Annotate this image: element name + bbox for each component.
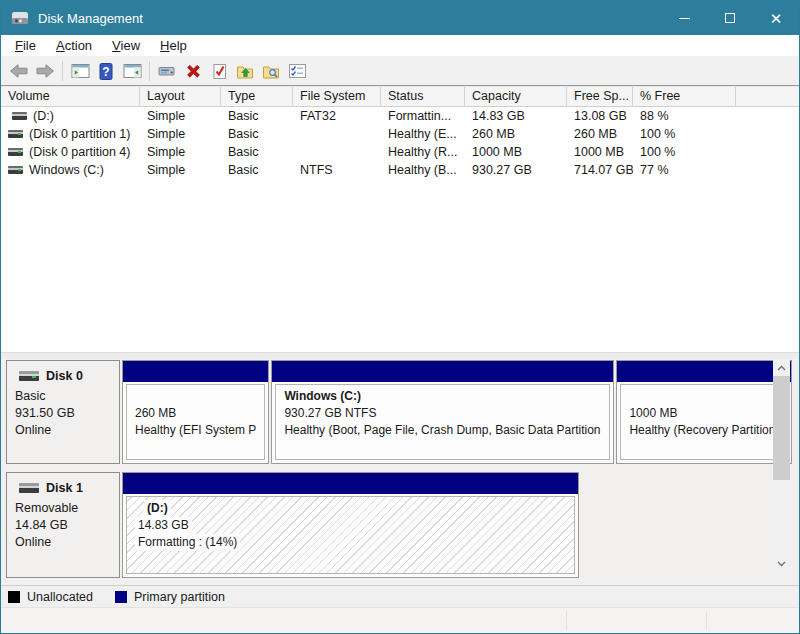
chevron-down-icon — [777, 561, 786, 567]
help-button[interactable]: ? — [93, 59, 119, 83]
rescan-disks-button[interactable] — [154, 59, 180, 83]
window-title: Disk Management — [38, 11, 143, 26]
close-icon: ✕ — [770, 11, 783, 26]
show-console-tree-button[interactable] — [67, 59, 93, 83]
disk-kind: Removable — [15, 500, 113, 517]
cell-type: Basic — [221, 127, 293, 141]
partition-color-bar — [123, 361, 268, 382]
volume-name: (D:) — [33, 109, 54, 123]
cell-layout: Simple — [140, 145, 221, 159]
volume-name: Windows (C:) — [29, 163, 104, 177]
column-header-percent-free[interactable]: % Free — [633, 87, 736, 106]
titlebar[interactable]: Disk Management ✕ — [1, 1, 799, 35]
forward-button[interactable] — [32, 59, 58, 83]
toolbar-separator — [149, 61, 150, 81]
cell-percent-free: 77 % — [633, 163, 736, 177]
cell-file-system: NTFS — [293, 163, 381, 177]
disk-state: Online — [15, 534, 113, 551]
cell-free-space: 260 MB — [567, 127, 633, 141]
legend-item-unallocated: Unallocated — [8, 590, 93, 604]
menu-file[interactable]: File — [5, 36, 46, 55]
volume-name: (Disk 0 partition 4) — [29, 145, 130, 159]
volume-list-header: Volume Layout Type File System Status Ca… — [1, 86, 799, 107]
disk-kind: Basic — [15, 388, 113, 405]
delete-volume-icon — [185, 63, 202, 79]
partition-size: 930.27 GB NTFS — [284, 405, 601, 422]
scroll-up-button[interactable] — [773, 360, 790, 376]
partition-recovery[interactable]: 1000 MB Healthy (Recovery Partition) — [616, 360, 792, 464]
show-action-pane-button[interactable] — [119, 59, 145, 83]
explore-icon — [262, 63, 280, 80]
disk-icon — [19, 371, 39, 381]
volume-icon — [8, 166, 23, 174]
partition-status: Healthy (EFI System P — [135, 422, 256, 439]
explore-button[interactable] — [258, 59, 284, 83]
disk-1-info-panel[interactable]: Disk 1 Removable 14.84 GB Online — [6, 472, 120, 578]
column-header-layout[interactable]: Layout — [140, 87, 221, 106]
cell-free-space: 714.07 GB — [567, 163, 633, 177]
app-icon — [11, 11, 29, 25]
vertical-scrollbar[interactable] — [773, 360, 790, 572]
disk-0-info-panel[interactable]: Disk 0 Basic 931.50 GB Online — [6, 360, 120, 464]
scrollbar-track[interactable] — [773, 480, 790, 556]
scrollbar-thumb[interactable] — [773, 376, 790, 480]
partition-windows-c[interactable]: Windows (C:) 930.27 GB NTFS Healthy (Boo… — [271, 360, 614, 464]
table-row[interactable]: (Disk 0 partition 4) Simple Basic Health… — [1, 143, 799, 161]
volume-icon — [8, 130, 23, 138]
column-header-capacity[interactable]: Capacity — [465, 87, 567, 106]
chevron-up-icon — [777, 365, 786, 371]
properties-button[interactable] — [284, 59, 310, 83]
cell-status: Formattin... — [381, 109, 465, 123]
menu-view[interactable]: View — [102, 36, 150, 55]
partition-status: Formatting : (14%) — [135, 534, 240, 551]
table-row[interactable]: Windows (C:) Simple Basic NTFS Healthy (… — [1, 161, 799, 179]
scroll-down-button[interactable] — [773, 556, 790, 572]
column-header-free-space[interactable]: Free Sp... — [567, 87, 633, 106]
open-icon — [236, 63, 254, 80]
table-row[interactable]: (Disk 0 partition 1) Simple Basic Health… — [1, 125, 799, 143]
delete-volume-button[interactable] — [180, 59, 206, 83]
back-button[interactable] — [6, 59, 32, 83]
cell-capacity: 260 MB — [465, 127, 567, 141]
cell-status: Healthy (R... — [381, 145, 465, 159]
partition-d-formatting[interactable]: (D:) 14.83 GB Formatting : (14%) — [122, 472, 579, 578]
menu-help[interactable]: Help — [150, 36, 197, 55]
mark-partition-active-icon — [211, 63, 228, 80]
open-button[interactable] — [232, 59, 258, 83]
primary-partition-swatch — [115, 591, 127, 603]
cell-percent-free: 100 % — [633, 145, 736, 159]
menu-action[interactable]: Action — [46, 36, 102, 55]
maximize-icon — [725, 13, 735, 23]
help-icon: ? — [98, 63, 114, 80]
cell-file-system: FAT32 — [293, 109, 381, 123]
disk-name: Disk 1 — [46, 481, 83, 495]
disk-size: 14.84 GB — [15, 517, 113, 534]
disk-state: Online — [15, 422, 113, 439]
properties-icon — [288, 63, 307, 79]
column-header-filler — [736, 87, 799, 106]
column-header-status[interactable]: Status — [381, 87, 465, 106]
cell-free-space: 13.08 GB — [567, 109, 633, 123]
volume-name: (Disk 0 partition 1) — [29, 127, 130, 141]
minimize-button[interactable] — [661, 1, 707, 35]
cell-type: Basic — [221, 145, 293, 159]
cell-layout: Simple — [140, 163, 221, 177]
column-header-file-system[interactable]: File System — [293, 87, 381, 106]
forward-icon — [35, 63, 55, 79]
statusbar-separator — [706, 611, 707, 630]
column-header-type[interactable]: Type — [221, 87, 293, 106]
back-icon — [9, 63, 29, 79]
close-button[interactable]: ✕ — [753, 1, 799, 35]
disk-name: Disk 0 — [46, 369, 83, 383]
cell-capacity: 1000 MB — [465, 145, 567, 159]
table-row[interactable]: (D:) Simple Basic FAT32 Formattin... 14.… — [1, 107, 799, 125]
legend-label: Unallocated — [27, 590, 93, 604]
column-header-volume[interactable]: Volume — [1, 87, 140, 106]
partition-efi[interactable]: 260 MB Healthy (EFI System P — [122, 360, 269, 464]
cell-type: Basic — [221, 109, 293, 123]
maximize-button[interactable] — [707, 1, 753, 35]
mark-partition-active-button[interactable] — [206, 59, 232, 83]
volume-icon — [12, 112, 27, 120]
toolbar: ? — [1, 57, 799, 86]
partition-color-bar — [123, 473, 578, 494]
